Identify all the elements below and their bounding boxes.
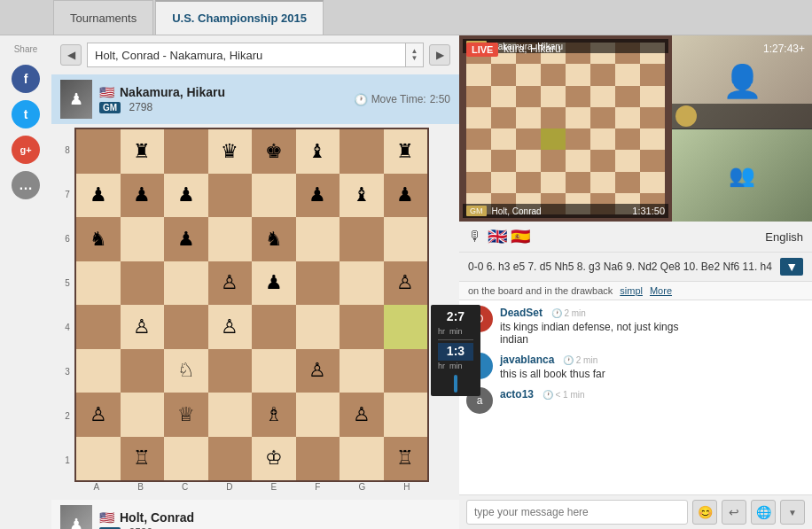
chess-panel: ◀ Holt, Conrad - Nakamura, Hikaru ▲ ▼ ▶ …	[51, 35, 459, 529]
move-list-bar: 0-0 6. h3 e5 7. d5 Nh5 8. g3 Na6 9. Nd2 …	[459, 253, 812, 282]
move-list-text: 0-0 6. h3 e5 7. d5 Nh5 8. g3 Na6 9. Nd2 …	[468, 261, 775, 273]
arrow-down-icon: ▼	[411, 55, 418, 62]
chat-input-row: 😊 ↩ 🌐 ▼	[459, 494, 812, 529]
stream-mini-board: GM Nakamura, Hikaru GM Holt, Conrad 1:31…	[459, 35, 672, 222]
game-selector: ◀ Holt, Conrad - Nakamura, Hikaru ▲ ▼ ▶	[51, 35, 459, 74]
bottom-player-name: Holt, Conrad	[120, 510, 194, 525]
live-stream: LIVE kura, Hikaru 1:27:43+	[459, 35, 812, 222]
top-player-gm-badge: GM	[99, 102, 121, 113]
game-name-arrows[interactable]: ▲ ▼	[405, 43, 423, 66]
send-btn[interactable]: ↩	[722, 500, 746, 525]
bottom-player-avatar: ♟	[60, 505, 92, 529]
stream-bottom-time: 1:31:50	[632, 206, 665, 216]
chat-user-1: DeadSet	[500, 307, 543, 319]
chat-area[interactable]: D DeadSet 🕐 2 min its kings indian defen…	[459, 300, 812, 494]
stream-content: GM Nakamura, Hikaru GM Holt, Conrad 1:31…	[459, 35, 812, 222]
mic-btn[interactable]: 🎙	[468, 229, 482, 245]
flag-es-btn[interactable]: 🇪🇸	[511, 227, 530, 246]
top-player-rating: 2798	[129, 101, 152, 113]
chat-time-2: 🕐 2 min	[563, 355, 597, 365]
chat-text-2: this is all book thus far	[500, 368, 805, 380]
stream-timer: 1:27:43+	[763, 43, 805, 55]
chat-body-1: DeadSet 🕐 2 min its kings indian defense…	[500, 306, 805, 346]
tab-tournaments[interactable]: Tournaments	[53, 0, 153, 35]
bottom-player-flag: 🇺🇸	[99, 510, 114, 525]
move-time-label: Move Time:	[371, 93, 426, 105]
top-player-avatar: ♟	[60, 80, 92, 119]
chess-board: ♜ ♛ ♚ ♝ ♜ ♟ ♟ ♟ ♟ ♝	[74, 128, 429, 482]
lang-row: 🎙 🇬🇧 🇪🇸 English	[459, 222, 812, 253]
share-label: Share	[14, 44, 38, 54]
top-player-info: ♟ 🇺🇸 Nakamura, Hikaru GM 2798 🕐 Move Tim…	[51, 74, 459, 124]
bottom-clock-time: 1:3	[438, 343, 473, 361]
move-time-value: 2:50	[430, 93, 450, 105]
top-clock-time: 2:7	[438, 308, 473, 326]
globe-btn[interactable]: 🌐	[751, 500, 776, 525]
board-with-labels: 87654321 ♜ ♛ ♚ ♝ ♜ ♟ ♟	[60, 128, 429, 482]
live-badge: LIVE	[466, 43, 498, 57]
social-sidebar: Share f t g+ …	[0, 35, 51, 529]
top-player-move-time: 🕐 Move Time: 2:50	[354, 93, 450, 106]
top-player-name-row: 🇺🇸 Nakamura, Hikaru	[99, 85, 347, 99]
move-dropdown-btn[interactable]: ▼	[780, 258, 803, 276]
chat-message-1: D DeadSet 🕐 2 min its kings indian defen…	[466, 306, 805, 346]
right-panel: LIVE kura, Hikaru 1:27:43+	[459, 35, 812, 529]
bottom-player-details: 🇺🇸 Holt, Conrad GM 2530	[99, 510, 450, 529]
clock-overlay: 2:7 hr min 1:3 hr min	[431, 305, 480, 396]
rank-labels: 87654321	[60, 128, 74, 482]
stream-bottom-name: Holt, Conrad	[492, 206, 542, 216]
bottom-player-name-row: 🇺🇸 Holt, Conrad	[99, 510, 450, 525]
flag-uk-btn[interactable]: 🇬🇧	[488, 227, 507, 246]
emoji-btn[interactable]: 😊	[692, 500, 717, 525]
game-name-box: Holt, Conrad - Nakamura, Hikaru ▲ ▼	[87, 43, 424, 67]
twitter-btn[interactable]: t	[12, 100, 40, 128]
tabs-bar: Tournaments U.S. Championship 2015	[0, 0, 812, 35]
cam-bottom: 👥	[672, 129, 812, 222]
bottom-player-info: ♟ 🇺🇸 Holt, Conrad GM 2530	[51, 500, 459, 529]
top-player-name: Nakamura, Hikaru	[120, 85, 225, 99]
analysis-text-content: on the board and in the drawback	[468, 285, 613, 296]
chat-input[interactable]	[466, 500, 688, 525]
chat-user-3: acto13	[500, 388, 534, 401]
tab-uschamp[interactable]: U.S. Championship 2015	[155, 0, 324, 35]
file-labels: ABCDEFGH	[74, 482, 429, 496]
top-player-flag: 🇺🇸	[99, 85, 114, 99]
prev-game-btn[interactable]: ◀	[60, 44, 82, 66]
chat-text-1: its kings indian defense, not just kings…	[500, 321, 805, 346]
top-player-rating-row: GM 2798	[99, 101, 347, 113]
chat-time-3: 🕐 < 1 min	[543, 390, 585, 400]
chat-body-2: javablanca 🕐 2 min this is all book thus…	[500, 353, 805, 380]
simpl-link[interactable]: simpl	[620, 285, 643, 296]
stream-title: kura, Hikaru	[504, 43, 561, 55]
facebook-btn[interactable]: f	[12, 65, 40, 93]
language-label: English	[765, 230, 803, 244]
next-game-btn[interactable]: ▶	[429, 44, 450, 66]
stream-cameras: 👤 👥	[672, 35, 812, 222]
main-container: Share f t g+ … ◀ Holt, Conrad - Nakamura…	[0, 35, 812, 529]
chat-message-2: j javablanca 🕐 2 min this is all book th…	[466, 353, 805, 380]
analysis-bar: on the board and in the drawback simpl M…	[459, 282, 812, 300]
chat-dropdown-btn[interactable]: ▼	[780, 500, 805, 525]
board-area: 87654321 ♜ ♛ ♚ ♝ ♜ ♟ ♟	[51, 124, 459, 500]
clock-top-label: hr min	[438, 326, 473, 338]
chat-user-2: javablanca	[500, 354, 554, 366]
chat-time-1: 🕐 2 min	[551, 308, 586, 318]
clock-icon: 🕐	[354, 93, 368, 106]
game-name-text: Holt, Conrad - Nakamura, Hikaru	[95, 49, 262, 62]
more-share-btn[interactable]: …	[12, 171, 40, 199]
more-link[interactable]: More	[650, 285, 672, 296]
chat-body-3: acto13 🕐 < 1 min	[500, 387, 805, 401]
top-player-details: 🇺🇸 Nakamura, Hikaru GM 2798	[99, 85, 347, 113]
googleplus-btn[interactable]: g+	[12, 136, 40, 164]
chat-message-3: a acto13 🕐 < 1 min	[466, 387, 805, 414]
clock-bottom-label: hr min	[438, 361, 473, 372]
